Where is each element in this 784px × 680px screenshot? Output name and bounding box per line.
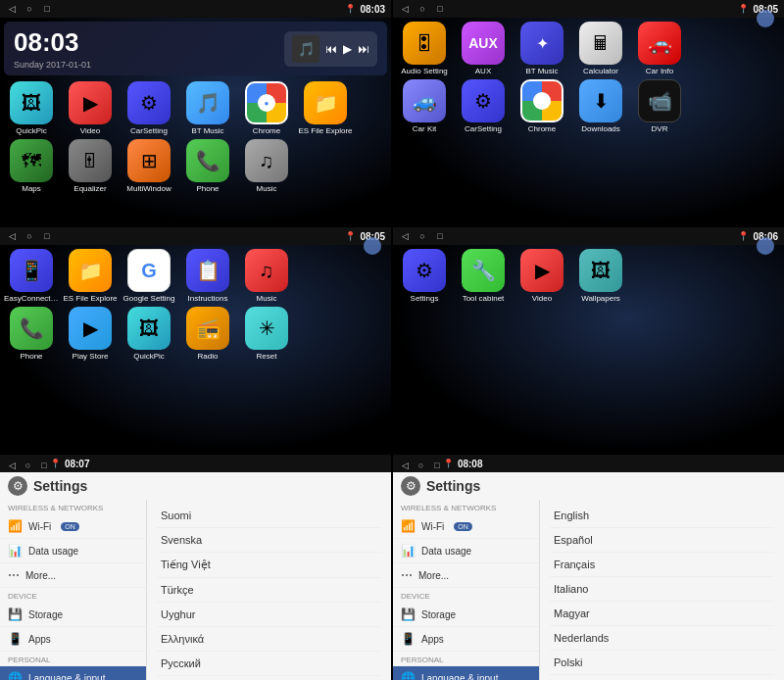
app-equalizer[interactable]: 🎚 Equalizer (63, 139, 118, 193)
home-icon-apps1[interactable]: ○ (416, 3, 428, 15)
section-header-device2: DEVICE (393, 588, 539, 603)
status-bar-apps1: ◁ ○ □ 📍 08:05 (393, 0, 784, 18)
settings-wifi2[interactable]: 📶 Wi-Fi ON (393, 514, 539, 539)
btmusic2-icon: ✦ (520, 22, 564, 65)
app-audiosetting[interactable]: 🎛 Audio Setting (397, 22, 452, 75)
app-maps[interactable]: 🗺 Maps (4, 139, 59, 193)
settings-gear-icon2: ⚙ (401, 476, 420, 496)
app-musicp[interactable]: ♫ Music (239, 249, 294, 303)
settings-storage1[interactable]: 💾 Storage (0, 603, 146, 627)
app-phone[interactable]: 📞 Phone (180, 139, 235, 193)
app-btmusic[interactable]: 🎵 BT Music (180, 81, 235, 135)
lang-item-english[interactable]: English (550, 504, 774, 528)
lang-item-greek[interactable]: Ελληνικά (157, 627, 381, 652)
app-carinfo[interactable]: 🚗 Car Info (632, 22, 687, 75)
prev-button[interactable]: ⏮ (325, 42, 337, 56)
recents-icon-apps1[interactable]: □ (434, 3, 446, 15)
app-easyconn[interactable]: 📱 EasyConnection (4, 249, 59, 303)
app-settings[interactable]: ⚙ Settings (397, 249, 452, 303)
settings-language1[interactable]: 🌐 Language & input (0, 666, 146, 680)
wifi-toggle1[interactable]: ON (61, 522, 79, 531)
carkit-icon: 🚙 (403, 79, 446, 122)
lang-item-turkce[interactable]: Türkçe (157, 578, 381, 603)
recents-icon-apps3[interactable]: □ (434, 230, 446, 242)
app-chrome[interactable]: ● Chrome (239, 81, 294, 135)
lang-item-svenska[interactable]: Svenska (157, 528, 381, 553)
settings-storage2[interactable]: 💾 Storage (393, 603, 539, 627)
recents-icon-settings1[interactable]: □ (38, 460, 50, 471)
settings-datausage1[interactable]: 📊 Data usage (0, 539, 146, 563)
lang-item-francais[interactable]: Français (550, 553, 774, 577)
app-toolcabinet[interactable]: 🔧 Tool cabinet (456, 249, 511, 303)
home-icon[interactable]: ○ (24, 3, 35, 15)
lang-item-nederlands[interactable]: Nederlands (550, 626, 774, 651)
app-btmusic2[interactable]: ✦ BT Music (514, 22, 569, 75)
wifi-toggle2[interactable]: ON (454, 522, 472, 531)
app-reset[interactable]: ✳ Reset (239, 307, 294, 361)
chrome-icon: ● (245, 81, 288, 124)
lang-item-tiengviet[interactable]: Tiếng Việt (157, 553, 381, 578)
app-carsetting2[interactable]: ⚙ CarSetting (456, 79, 511, 133)
recents-icon-settings2[interactable]: □ (431, 460, 443, 471)
back-icon-apps1[interactable]: ◁ (399, 3, 411, 15)
back-icon-apps2[interactable]: ◁ (6, 230, 18, 242)
lang-item-russian[interactable]: Русский (157, 652, 381, 676)
settings-more1[interactable]: ⋯ More... (0, 563, 146, 588)
lang-item-polski[interactable]: Polski (550, 651, 774, 675)
home-icon-apps2[interactable]: ○ (24, 230, 35, 242)
nav-icons-settings1: ◁ ○ □ (6, 455, 50, 472)
recents-icon[interactable]: □ (41, 3, 53, 15)
next-button[interactable]: ⏭ (358, 42, 369, 56)
apps-icon1: 📱 (8, 632, 23, 646)
app-esfile[interactable]: 📁 ES File Explore (298, 81, 353, 135)
app-playstore[interactable]: ▶ Play Store (63, 307, 118, 361)
app-dvr[interactable]: 📹 DVR (632, 79, 687, 133)
app-radio[interactable]: 📻 Radio (180, 307, 235, 361)
app-googlesett[interactable]: G Google Setting (122, 249, 176, 303)
app-quickpic[interactable]: 🖼 QuickPic (4, 81, 59, 135)
back-icon-apps3[interactable]: ◁ (399, 230, 411, 242)
settings-datausage2[interactable]: 📊 Data usage (393, 539, 539, 563)
dot-indicator-apps2 (364, 237, 381, 255)
back-icon[interactable]: ◁ (6, 3, 18, 15)
app-wallpapers[interactable]: 🖼 Wallpapers (573, 249, 628, 303)
recents-icon-apps2[interactable]: □ (41, 230, 53, 242)
home-icon-apps3[interactable]: ○ (416, 230, 428, 242)
settings-language2[interactable]: 🌐 Language & input (393, 666, 539, 680)
play-button[interactable]: ▶ (343, 42, 352, 56)
home-icon-settings1[interactable]: ○ (22, 460, 33, 471)
lang-item-espanol[interactable]: Español (550, 528, 774, 553)
music-controls[interactable]: ⏮ ▶ ⏭ (325, 42, 369, 56)
lang-item-suomi[interactable]: Suomi (157, 504, 381, 528)
app-music[interactable]: ♫ Music (239, 139, 294, 193)
settings-apps1[interactable]: 📱 Apps (0, 627, 146, 652)
app-carkit[interactable]: 🚙 Car Kit (397, 79, 452, 133)
back-icon-settings2[interactable]: ◁ (399, 460, 411, 471)
app-video[interactable]: ▶ Video (63, 81, 118, 135)
lang-item-uyghur[interactable]: Uyghur (157, 603, 381, 627)
app-carsetting[interactable]: ⚙ CarSetting (122, 81, 176, 135)
btmusic-label: BT Music (180, 126, 235, 135)
app-aux[interactable]: AUX AUX (456, 22, 511, 75)
clock-time: 08:03 (14, 27, 91, 58)
lang-item-italiano[interactable]: Italiano (550, 577, 774, 602)
home-icon-settings2[interactable]: ○ (415, 460, 426, 471)
settings-more2[interactable]: ⋯ More... (393, 563, 539, 588)
app-phone2[interactable]: 📞 Phone (4, 307, 59, 361)
app-videop[interactable]: ▶ Video (514, 249, 569, 303)
lang-item-magyar[interactable]: Magyar (550, 602, 774, 626)
storage-icon1: 💾 (8, 607, 23, 621)
app-calculator[interactable]: 🖩 Calculator (573, 22, 628, 75)
app-esfile2[interactable]: 📁 ES File Explore (63, 249, 118, 303)
back-icon-settings1[interactable]: ◁ (6, 460, 18, 471)
settings-wifi1[interactable]: 📶 Wi-Fi ON (0, 514, 146, 539)
googlesett-icon: G (127, 249, 171, 292)
settings-apps2[interactable]: 📱 Apps (393, 627, 539, 652)
app-downloads[interactable]: ⬇ Downloads (573, 79, 628, 133)
app-chrome2[interactable]: Chrome (514, 79, 569, 133)
nav-icons-apps1: ◁ ○ □ (399, 3, 446, 15)
app-quickpic2[interactable]: 🖼 QuickPic (122, 307, 176, 361)
app-instructions[interactable]: 📋 Instructions (180, 249, 235, 303)
app-multiwindow[interactable]: ⊞ MultiWindow (122, 139, 176, 193)
settings-gear-icon1: ⚙ (8, 476, 27, 496)
